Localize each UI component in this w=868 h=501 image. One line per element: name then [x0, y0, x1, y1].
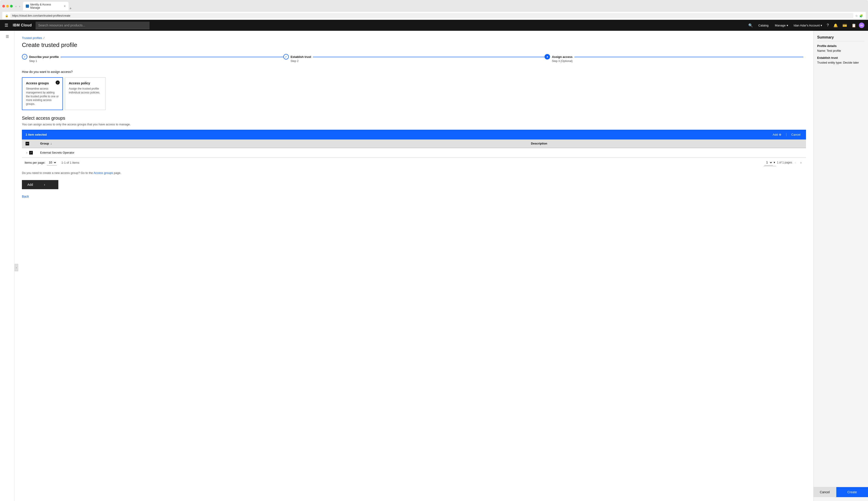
manage-label: Manage [775, 24, 786, 27]
manage-btn[interactable]: Manage ▾ [772, 22, 791, 29]
row-expand-btn[interactable]: › [25, 151, 28, 154]
nav-actions: 🔍 Catalog Manage ▾ Idan Adar's Account ▾… [747, 22, 864, 29]
entity-type-row: Trusted entity type: Decide later [817, 61, 864, 64]
access-policy-desc: Assign the trusted profile individual ac… [69, 87, 101, 95]
select-access-groups-title: Select access groups [22, 116, 806, 121]
global-search-input[interactable] [35, 22, 150, 29]
row-expand-cell: › [22, 148, 36, 158]
th-group-sort[interactable]: Group ↓ [40, 142, 524, 145]
browser-forward-btn[interactable]: › [18, 4, 21, 9]
access-policy-title: Access policy [69, 81, 101, 85]
th-description-label: Description [531, 142, 547, 145]
step-3-icon: ● [545, 54, 550, 60]
browser-maximize-dot[interactable] [10, 5, 13, 8]
toolbar-selected-count: 1 item selected [25, 133, 768, 136]
sort-icon: ↓ [50, 142, 52, 145]
browser-back-btn[interactable]: ‹ [14, 4, 17, 9]
help-icon-btn[interactable]: ? [825, 22, 831, 29]
step-2-label: Establish trust [291, 55, 311, 58]
breadcrumb-separator: / [44, 36, 44, 40]
address-bar[interactable] [10, 13, 854, 18]
step-2: ✓ Establish trust Step 2 [283, 54, 545, 63]
extensions-icon[interactable]: 🧩 [859, 14, 863, 18]
items-per-page-select[interactable]: 10 25 50 [47, 160, 57, 166]
entity-type-value: Decide later [843, 61, 859, 64]
access-groups-desc: Streamline access management by adding t… [26, 87, 59, 106]
sidebar-toggle-btn[interactable]: ☰ [4, 33, 11, 41]
sidebar: ☰ [0, 31, 14, 501]
pagination-items-info: 1-1 of 1 items [61, 161, 79, 164]
step-2-icon: ✓ [283, 54, 289, 60]
row-group-name: External Secrets Operator [36, 148, 527, 158]
summary-profile-details: Profile details Name: Test profile [817, 44, 864, 52]
pagination-next-btn[interactable]: › [799, 160, 803, 165]
create-button[interactable]: Create [836, 487, 868, 497]
add-button[interactable]: Add › [22, 180, 58, 189]
account-chevron-icon: ▾ [821, 24, 822, 27]
browser-tab[interactable]: Identity & Access Manage ✕ [23, 2, 68, 10]
create-group-note-text: Do you need to create a new access group… [22, 171, 93, 174]
access-groups-link[interactable]: Access groups [94, 171, 113, 174]
toolbar-add-label: Add [773, 133, 778, 136]
browser-close-dot[interactable] [2, 5, 5, 8]
step-1-header: ✓ Describe your profile [22, 54, 61, 60]
breadcrumb: Trusted profiles / [22, 36, 806, 40]
shield-icon: 🔒 [5, 14, 9, 17]
cost-icon-btn[interactable]: 💳 [840, 22, 849, 29]
catalog-btn[interactable]: Catalog [756, 22, 771, 29]
access-policy-option[interactable]: Access policy Assign the trusted profile… [65, 77, 106, 110]
cancel-button[interactable]: Cancel [813, 487, 836, 497]
page-number-select[interactable]: 1 [764, 160, 773, 166]
back-link[interactable]: Back [22, 195, 29, 198]
support-icon-btn[interactable]: 📋 [850, 22, 858, 29]
select-all-checkbox[interactable] [25, 142, 29, 146]
toolbar-add-btn[interactable]: Add ⊕ [771, 132, 783, 137]
step-1: ✓ Describe your profile Step 1 [22, 54, 283, 63]
pages-total-label: 1 of 1 pages [777, 161, 792, 164]
step-1-label: Describe your profile [29, 55, 59, 58]
tab-title: Identity & Access Manage [30, 3, 61, 9]
step-1-icon: ✓ [22, 54, 28, 60]
hamburger-menu-btn[interactable]: ☰ [4, 22, 9, 29]
table-row: › External Secrets Operator [22, 148, 806, 158]
ibm-logo: IBM Cloud [13, 23, 32, 27]
toolbar-cancel-btn[interactable]: Cancel [790, 132, 802, 137]
tab-close-btn[interactable]: ✕ [64, 4, 66, 8]
new-tab-btn[interactable]: + [69, 7, 72, 10]
step-3-sublabel: Step 3 (Optional) [552, 60, 572, 63]
profile-details-label: Profile details [817, 44, 864, 47]
browser-minimize-dot[interactable] [6, 5, 9, 8]
summary-establish-trust: Establish trust Trusted entity type: Dec… [817, 56, 864, 64]
th-group: Group ↓ [36, 139, 527, 148]
access-groups-table: Group ↓ Description › [22, 139, 806, 158]
breadcrumb-trusted-profiles-link[interactable]: Trusted profiles [22, 36, 42, 40]
th-description: Description [527, 139, 806, 148]
profile-name-label: Name: [817, 49, 826, 52]
profile-name-row: Name: Test profile [817, 49, 864, 52]
summary-title: Summary [817, 35, 864, 42]
page-select: 1 ▾ [764, 159, 776, 166]
avatar[interactable]: IA [859, 23, 864, 28]
create-group-note: Do you need to create a new access group… [22, 171, 806, 174]
row-checkbox[interactable] [29, 151, 33, 154]
access-groups-check-icon: ✓ [56, 81, 60, 85]
manage-chevron-icon: ▾ [786, 24, 788, 27]
bookmark-icon[interactable]: ☆ [855, 14, 858, 18]
main-content: Trusted profiles / Create trusted profil… [14, 31, 813, 501]
pagination-prev-btn[interactable]: ‹ [793, 160, 798, 165]
top-navigation: ☰ IBM Cloud 🔍 Catalog Manage ▾ Idan Adar… [0, 20, 868, 31]
access-options: ✓ Access groups Streamline access manage… [22, 77, 806, 110]
summary-panel: Summary Profile details Name: Test profi… [813, 31, 868, 501]
sidebar-collapse-btn[interactable]: › [14, 264, 18, 271]
account-btn[interactable]: Idan Adar's Account ▾ [792, 22, 824, 29]
search-icon-btn[interactable]: 🔍 [747, 22, 755, 29]
step-3: ● Assign access Step 3 (Optional) [545, 54, 806, 63]
tab-favicon [26, 4, 29, 8]
th-checkbox [22, 139, 36, 148]
access-groups-option[interactable]: ✓ Access groups Streamline access manage… [22, 77, 63, 110]
pagination: Items per page: 10 25 50 1-1 of 1 items … [22, 158, 806, 168]
establish-trust-label: Establish trust [817, 56, 864, 60]
step-2-sublabel: Step 2 [291, 60, 299, 63]
th-group-label: Group [40, 142, 49, 145]
notifications-icon-btn[interactable]: 🔔 [832, 22, 840, 29]
